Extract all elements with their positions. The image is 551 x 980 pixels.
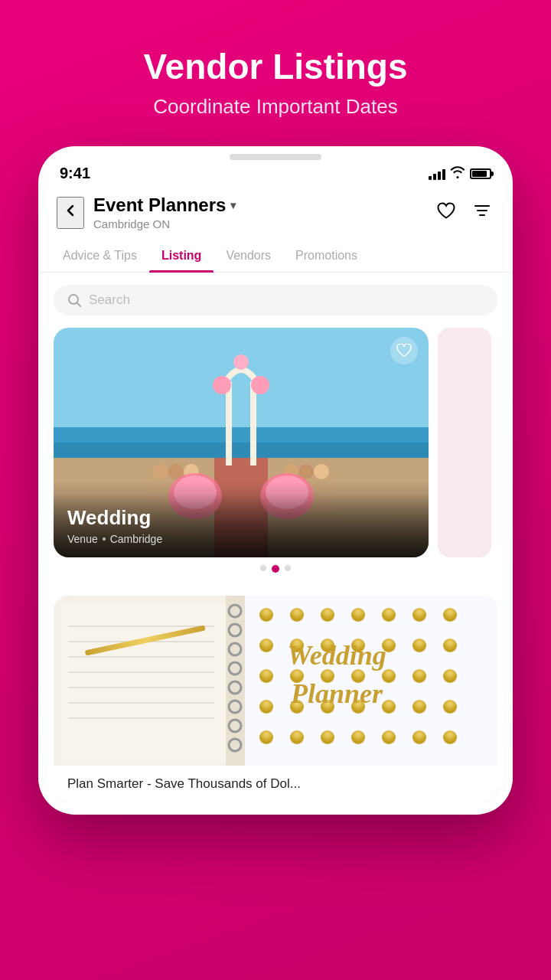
dot-1[interactable] bbox=[260, 565, 266, 571]
search-icon bbox=[67, 293, 81, 307]
svg-point-81 bbox=[412, 730, 426, 744]
phone-notch-bar bbox=[38, 146, 513, 160]
chevron-down-icon: ▾ bbox=[230, 199, 236, 211]
signal-bar-2 bbox=[433, 174, 436, 180]
svg-point-52 bbox=[382, 608, 396, 622]
side-card-peek bbox=[438, 328, 491, 557]
svg-rect-11 bbox=[250, 381, 256, 466]
svg-text:Wedding: Wedding bbox=[287, 640, 386, 671]
battery-fill bbox=[472, 171, 487, 177]
tab-listing[interactable]: Listing bbox=[149, 240, 214, 272]
signal-bar-3 bbox=[438, 172, 441, 180]
tab-vendors[interactable]: Vendors bbox=[214, 240, 283, 272]
dot-3[interactable] bbox=[285, 565, 291, 571]
signal-bar-4 bbox=[442, 169, 445, 180]
phone-notch bbox=[230, 154, 321, 160]
signal-bar-1 bbox=[429, 176, 432, 180]
pagination-dots bbox=[38, 557, 513, 583]
header-location: Cambridge ON bbox=[93, 217, 424, 230]
svg-point-67 bbox=[412, 669, 426, 683]
svg-point-69 bbox=[259, 700, 273, 714]
search-container bbox=[38, 273, 513, 328]
svg-point-80 bbox=[382, 730, 396, 744]
battery-icon bbox=[470, 168, 491, 179]
favorites-button[interactable] bbox=[433, 198, 459, 227]
card-overlay: Wedding Venue Cambridge bbox=[54, 494, 429, 557]
card-meta: Venue Cambridge bbox=[67, 533, 415, 545]
status-bar: 9:41 bbox=[38, 160, 513, 185]
planner-card[interactable]: Wedding Planner Plan Smarter - Save Thou… bbox=[54, 596, 497, 802]
svg-point-50 bbox=[321, 608, 334, 622]
svg-point-77 bbox=[290, 730, 304, 744]
cards-area: Wedding Venue Cambridge bbox=[38, 328, 513, 596]
back-button[interactable] bbox=[57, 197, 84, 229]
svg-point-55 bbox=[259, 639, 273, 652]
category-label: Event Planners bbox=[93, 194, 226, 216]
svg-text:Planner: Planner bbox=[290, 678, 383, 709]
planner-card-title: Plan Smarter - Save Thousands of Dol... bbox=[67, 776, 484, 792]
svg-point-79 bbox=[351, 730, 365, 744]
svg-point-48 bbox=[259, 608, 273, 622]
status-icons bbox=[429, 166, 491, 181]
header-actions bbox=[433, 198, 494, 227]
svg-point-16 bbox=[153, 464, 168, 479]
svg-point-53 bbox=[412, 608, 426, 622]
svg-point-68 bbox=[443, 669, 457, 683]
page-subtitle: Coordinate Important Dates bbox=[153, 95, 397, 119]
svg-point-54 bbox=[443, 608, 457, 622]
wedding-venue-card[interactable]: Wedding Venue Cambridge bbox=[54, 328, 429, 557]
svg-point-51 bbox=[351, 608, 365, 622]
search-input[interactable] bbox=[89, 292, 484, 308]
svg-point-12 bbox=[213, 376, 231, 394]
filter-button[interactable] bbox=[470, 198, 494, 227]
svg-point-66 bbox=[382, 669, 396, 683]
meta-separator bbox=[103, 537, 106, 541]
svg-point-62 bbox=[259, 669, 273, 683]
svg-point-74 bbox=[412, 700, 426, 714]
svg-point-60 bbox=[412, 639, 426, 652]
dot-2[interactable] bbox=[272, 565, 279, 573]
page-title: Vendor Listings bbox=[143, 46, 407, 87]
svg-rect-10 bbox=[226, 381, 232, 466]
phone-frame: 9:41 bbox=[38, 146, 513, 815]
tabs-container: Advice & Tips Listing Vendors Promotions bbox=[38, 234, 513, 273]
svg-point-73 bbox=[382, 700, 396, 714]
card-scroll: Wedding Venue Cambridge bbox=[38, 328, 513, 557]
svg-point-14 bbox=[233, 354, 249, 370]
card-location: Cambridge bbox=[110, 533, 162, 545]
search-box bbox=[54, 285, 497, 315]
planner-card-bottom: Plan Smarter - Save Thousands of Dol... bbox=[54, 766, 497, 802]
svg-point-49 bbox=[290, 608, 304, 622]
svg-point-22 bbox=[314, 464, 329, 479]
second-card-area: Wedding Planner Plan Smarter - Save Thou… bbox=[38, 596, 513, 802]
svg-point-75 bbox=[443, 700, 457, 714]
status-time: 9:41 bbox=[60, 165, 90, 182]
svg-point-3 bbox=[69, 295, 78, 304]
svg-point-13 bbox=[251, 376, 269, 394]
header-category[interactable]: Event Planners ▾ bbox=[93, 194, 424, 216]
header-title-area: Event Planners ▾ Cambridge ON bbox=[93, 194, 424, 230]
svg-point-61 bbox=[443, 639, 457, 652]
planner-card-image: Wedding Planner Plan Smarter - Save Thou… bbox=[54, 596, 497, 802]
tab-advice-tips[interactable]: Advice & Tips bbox=[51, 240, 149, 272]
app-header: Event Planners ▾ Cambridge ON bbox=[38, 185, 513, 234]
svg-point-78 bbox=[321, 730, 334, 744]
signal-icon bbox=[429, 168, 445, 180]
card-favorite-button[interactable] bbox=[390, 337, 418, 364]
svg-line-4 bbox=[77, 303, 80, 306]
card-type: Venue bbox=[67, 533, 98, 545]
svg-point-82 bbox=[443, 730, 457, 744]
card-title: Wedding bbox=[67, 506, 415, 530]
wifi-icon bbox=[450, 166, 465, 181]
svg-point-76 bbox=[259, 730, 273, 744]
tab-promotions[interactable]: Promotions bbox=[283, 240, 370, 272]
